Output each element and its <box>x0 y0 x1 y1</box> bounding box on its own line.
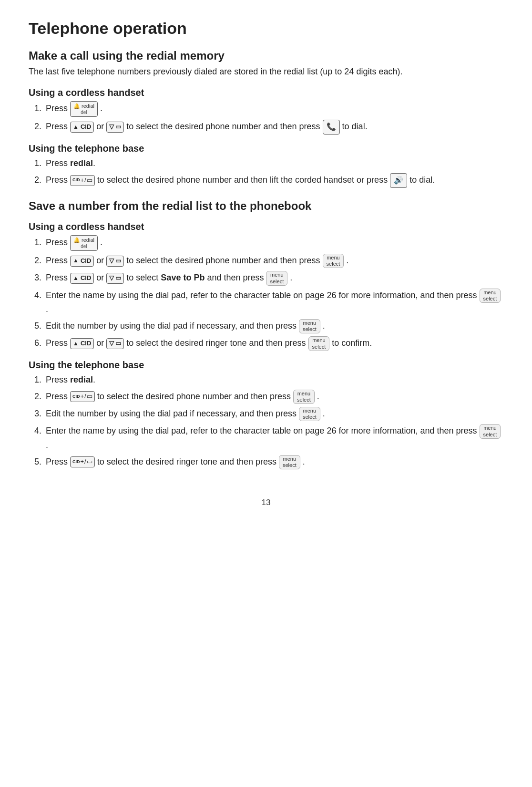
menu-select-button-4: menu select <box>299 319 320 333</box>
base-call-list: Press redial. Press CID + / ▭ to select … <box>44 157 503 188</box>
down-menu-button: ▽▭ <box>106 122 124 133</box>
redial-del-button-2: 🔔 redial del <box>70 235 98 251</box>
list-item: Press 🔔 redial del . <box>44 235 503 251</box>
list-item: Press ▲CID or ▽▭ to select the desired p… <box>44 254 503 268</box>
redial-del-button: 🔔 redial del <box>70 101 98 117</box>
cid-up-button: ▲CID <box>70 122 94 133</box>
redial-text: redial <box>70 158 93 168</box>
list-item: Enter the name by using the dial pad, re… <box>44 424 503 452</box>
cordless-call-list: Press 🔔 redial del . Press ▲CID or ▽▭ to… <box>44 101 503 135</box>
list-item: Press ▲CID or ▽▭ to select the desired r… <box>44 336 503 351</box>
down-menu-button-2: ▽▭ <box>106 256 124 267</box>
list-item: Press redial. <box>44 373 503 387</box>
menu-select-button-5: menu select <box>308 336 330 351</box>
list-item: Press ▲CID or ▽▭ to select the desired p… <box>44 120 503 135</box>
base-save-list: Press redial. Press CID + / ▭ to select … <box>44 373 503 469</box>
cid-plus-minus-button: CID + / ▭ <box>70 175 95 186</box>
base-save-heading: Using the telephone base <box>29 360 503 371</box>
phone-button: 📞 <box>323 120 340 135</box>
list-item: Press 🔔 redial del . <box>44 101 503 117</box>
save-to-phonebook-title: Save a number from the redial list to th… <box>29 199 503 213</box>
cid-plus-minus-button-3: CID + / ▭ <box>70 456 95 467</box>
list-item: Press redial. <box>44 157 503 170</box>
menu-select-button-9: menu select <box>279 455 300 469</box>
list-item: Press CID + / ▭ to select the desired ph… <box>44 173 503 188</box>
menu-select-button-6: menu select <box>293 390 315 404</box>
page-number: 13 <box>29 498 503 507</box>
cordless-save-heading: Using a cordless handset <box>29 221 503 232</box>
menu-select-button-7: menu select <box>299 407 320 421</box>
speaker-button: 🔊 <box>390 173 407 188</box>
cid-up-button-4: ▲CID <box>70 338 94 349</box>
list-item: Press ▲CID or ▽▭ to select Save to Pb an… <box>44 271 503 285</box>
list-item: Press CID + / ▭ to select the desired ri… <box>44 455 503 469</box>
list-item: Edit the number by using the dial pad if… <box>44 407 503 421</box>
save-to-pb-text: Save to Pb <box>161 273 205 282</box>
cid-plus-minus-button-2: CID + / ▭ <box>70 391 95 402</box>
cid-up-button-2: ▲CID <box>70 256 94 267</box>
list-item: Edit the number by using the dial pad if… <box>44 319 503 333</box>
down-menu-button-4: ▽▭ <box>106 338 124 349</box>
redial-text-2: redial <box>70 375 93 384</box>
down-menu-button-3: ▽▭ <box>106 273 124 284</box>
redial-intro: The last five telephone numbers previous… <box>29 65 503 79</box>
menu-select-button-1: menu select <box>323 254 344 268</box>
base-call-heading: Using the telephone base <box>29 143 503 154</box>
redial-memory-subtitle: Make a call using the redial memory <box>29 49 503 62</box>
cordless-call-heading: Using a cordless handset <box>29 87 503 98</box>
list-item: Enter the name by using the dial pad, re… <box>44 289 503 316</box>
list-item: Press CID + / ▭ to select the desired ph… <box>44 390 503 404</box>
menu-select-button-8: menu select <box>480 424 501 438</box>
page-title: Telephone operation <box>29 19 503 38</box>
cordless-save-list: Press 🔔 redial del . Press ▲CID or ▽▭ to… <box>44 235 503 351</box>
menu-select-button-2: menu select <box>266 271 287 285</box>
cid-up-button-3: ▲CID <box>70 273 94 284</box>
menu-select-button-3: menu select <box>480 289 501 303</box>
